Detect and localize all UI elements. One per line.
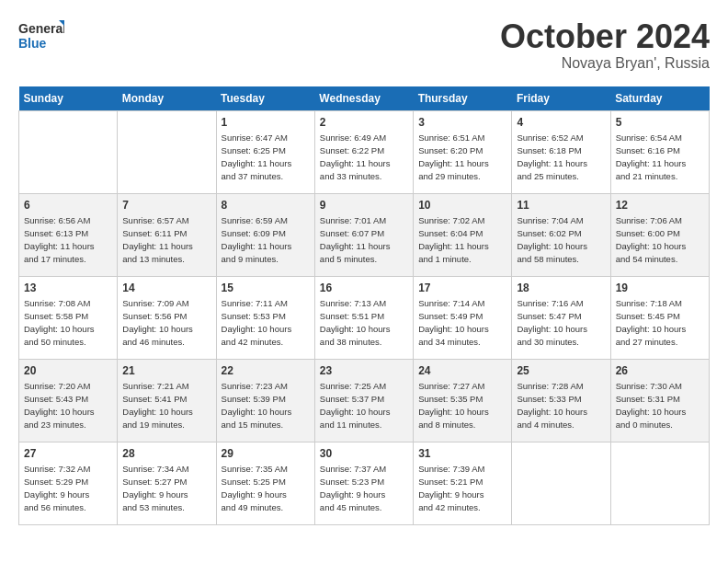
day-cell: 13Sunrise: 7:08 AM Sunset: 5:58 PM Dayli… (19, 276, 118, 359)
day-number: 26 (616, 363, 704, 379)
header-thursday: Thursday (414, 86, 512, 111)
day-cell: 31Sunrise: 7:39 AM Sunset: 5:21 PM Dayli… (414, 442, 512, 524)
month-title: October 2024 (500, 18, 710, 55)
day-cell: 20Sunrise: 7:20 AM Sunset: 5:43 PM Dayli… (19, 359, 118, 442)
day-info: Sunrise: 6:54 AM Sunset: 6:16 PM Dayligh… (616, 132, 704, 182)
day-number: 8 (222, 198, 310, 213)
day-cell (610, 442, 709, 524)
day-cell: 10Sunrise: 7:02 AM Sunset: 6:04 PM Dayli… (414, 193, 512, 276)
day-info: Sunrise: 7:04 AM Sunset: 6:02 PM Dayligh… (517, 214, 605, 265)
day-number: 16 (320, 281, 408, 296)
day-info: Sunrise: 6:52 AM Sunset: 6:18 PM Dayligh… (517, 132, 605, 182)
day-cell (19, 110, 118, 193)
calendar-table: SundayMondayTuesdayWednesdayThursdayFrid… (18, 86, 710, 525)
day-info: Sunrise: 6:47 AM Sunset: 6:25 PM Dayligh… (222, 132, 310, 182)
day-number: 10 (418, 198, 506, 213)
day-cell: 12Sunrise: 7:06 AM Sunset: 6:00 PM Dayli… (610, 193, 709, 276)
day-info: Sunrise: 7:06 AM Sunset: 6:00 PM Dayligh… (616, 214, 704, 265)
day-cell: 30Sunrise: 7:37 AM Sunset: 5:23 PM Dayli… (314, 442, 413, 524)
day-info: Sunrise: 6:56 AM Sunset: 6:13 PM Dayligh… (24, 214, 112, 265)
day-number: 23 (320, 363, 408, 379)
day-number: 13 (24, 281, 112, 296)
day-number: 24 (418, 363, 506, 379)
header: General Blue October 2024 Novaya Bryan',… (18, 18, 710, 72)
day-cell: 21Sunrise: 7:21 AM Sunset: 5:41 PM Dayli… (118, 359, 216, 442)
day-info: Sunrise: 7:01 AM Sunset: 6:07 PM Dayligh… (320, 214, 408, 265)
day-info: Sunrise: 7:14 AM Sunset: 5:49 PM Dayligh… (418, 297, 506, 348)
day-cell: 14Sunrise: 7:09 AM Sunset: 5:56 PM Dayli… (118, 276, 216, 359)
day-number: 2 (320, 115, 408, 131)
day-cell: 17Sunrise: 7:14 AM Sunset: 5:49 PM Dayli… (414, 276, 512, 359)
day-number: 6 (24, 198, 112, 213)
day-number: 9 (320, 198, 408, 213)
day-info: Sunrise: 7:16 AM Sunset: 5:47 PM Dayligh… (517, 297, 605, 348)
day-number: 30 (320, 446, 408, 462)
day-number: 14 (122, 281, 210, 296)
day-cell: 25Sunrise: 7:28 AM Sunset: 5:33 PM Dayli… (512, 359, 610, 442)
day-number: 5 (616, 115, 704, 131)
day-info: Sunrise: 7:11 AM Sunset: 5:53 PM Dayligh… (222, 297, 310, 348)
day-number: 20 (24, 363, 112, 379)
day-info: Sunrise: 6:49 AM Sunset: 6:22 PM Dayligh… (320, 132, 408, 182)
svg-text:General: General (18, 21, 64, 36)
day-number: 4 (517, 115, 605, 131)
day-cell: 27Sunrise: 7:32 AM Sunset: 5:29 PM Dayli… (19, 442, 118, 524)
day-info: Sunrise: 7:37 AM Sunset: 5:23 PM Dayligh… (320, 463, 408, 513)
day-cell: 16Sunrise: 7:13 AM Sunset: 5:51 PM Dayli… (314, 276, 413, 359)
location-subtitle: Novaya Bryan', Russia (500, 55, 710, 72)
day-number: 1 (222, 115, 310, 131)
day-cell: 6Sunrise: 6:56 AM Sunset: 6:13 PM Daylig… (19, 193, 118, 276)
day-info: Sunrise: 7:32 AM Sunset: 5:29 PM Dayligh… (24, 463, 112, 513)
header-saturday: Saturday (610, 86, 709, 111)
day-info: Sunrise: 6:57 AM Sunset: 6:11 PM Dayligh… (122, 214, 210, 265)
day-cell: 3Sunrise: 6:51 AM Sunset: 6:20 PM Daylig… (414, 110, 512, 193)
svg-text:Blue: Blue (18, 36, 47, 51)
day-info: Sunrise: 7:08 AM Sunset: 5:58 PM Dayligh… (24, 297, 112, 348)
day-info: Sunrise: 7:13 AM Sunset: 5:51 PM Dayligh… (320, 297, 408, 348)
day-info: Sunrise: 7:02 AM Sunset: 6:04 PM Dayligh… (418, 214, 506, 265)
day-info: Sunrise: 7:28 AM Sunset: 5:33 PM Dayligh… (517, 380, 605, 431)
week-row-1: 1Sunrise: 6:47 AM Sunset: 6:25 PM Daylig… (19, 110, 710, 193)
week-row-4: 20Sunrise: 7:20 AM Sunset: 5:43 PM Dayli… (19, 359, 710, 442)
day-cell: 19Sunrise: 7:18 AM Sunset: 5:45 PM Dayli… (610, 276, 709, 359)
day-cell: 29Sunrise: 7:35 AM Sunset: 5:25 PM Dayli… (216, 442, 314, 524)
day-cell: 8Sunrise: 6:59 AM Sunset: 6:09 PM Daylig… (216, 193, 314, 276)
day-number: 29 (222, 446, 310, 462)
day-number: 12 (616, 198, 704, 213)
day-number: 19 (616, 281, 704, 296)
header-wednesday: Wednesday (314, 86, 413, 111)
day-info: Sunrise: 7:23 AM Sunset: 5:39 PM Dayligh… (222, 380, 310, 431)
day-info: Sunrise: 6:59 AM Sunset: 6:09 PM Dayligh… (222, 214, 310, 265)
day-number: 22 (222, 363, 310, 379)
day-info: Sunrise: 7:27 AM Sunset: 5:35 PM Dayligh… (418, 380, 506, 431)
week-row-5: 27Sunrise: 7:32 AM Sunset: 5:29 PM Dayli… (19, 442, 710, 524)
day-info: Sunrise: 7:25 AM Sunset: 5:37 PM Dayligh… (320, 380, 408, 431)
day-info: Sunrise: 7:09 AM Sunset: 5:56 PM Dayligh… (122, 297, 210, 348)
day-cell: 26Sunrise: 7:30 AM Sunset: 5:31 PM Dayli… (610, 359, 709, 442)
day-cell: 23Sunrise: 7:25 AM Sunset: 5:37 PM Dayli… (314, 359, 413, 442)
day-cell: 18Sunrise: 7:16 AM Sunset: 5:47 PM Dayli… (512, 276, 610, 359)
header-friday: Friday (512, 86, 610, 111)
day-info: Sunrise: 6:51 AM Sunset: 6:20 PM Dayligh… (418, 132, 506, 182)
day-number: 7 (122, 198, 210, 213)
day-cell: 7Sunrise: 6:57 AM Sunset: 6:11 PM Daylig… (118, 193, 216, 276)
day-number: 17 (418, 281, 506, 296)
day-number: 28 (122, 446, 210, 462)
day-number: 11 (517, 198, 605, 213)
header-row: SundayMondayTuesdayWednesdayThursdayFrid… (19, 86, 710, 111)
logo-svg: General Blue (18, 18, 64, 59)
day-cell: 15Sunrise: 7:11 AM Sunset: 5:53 PM Dayli… (216, 276, 314, 359)
day-number: 31 (418, 446, 506, 462)
header-monday: Monday (118, 86, 216, 111)
day-info: Sunrise: 7:30 AM Sunset: 5:31 PM Dayligh… (616, 380, 704, 431)
day-cell: 5Sunrise: 6:54 AM Sunset: 6:16 PM Daylig… (610, 110, 709, 193)
day-cell: 4Sunrise: 6:52 AM Sunset: 6:18 PM Daylig… (512, 110, 610, 193)
day-cell: 22Sunrise: 7:23 AM Sunset: 5:39 PM Dayli… (216, 359, 314, 442)
day-cell: 28Sunrise: 7:34 AM Sunset: 5:27 PM Dayli… (118, 442, 216, 524)
header-sunday: Sunday (19, 86, 118, 111)
day-number: 25 (517, 363, 605, 379)
logo: General Blue (18, 18, 64, 59)
day-number: 15 (222, 281, 310, 296)
day-info: Sunrise: 7:34 AM Sunset: 5:27 PM Dayligh… (122, 463, 210, 513)
day-cell (512, 442, 610, 524)
